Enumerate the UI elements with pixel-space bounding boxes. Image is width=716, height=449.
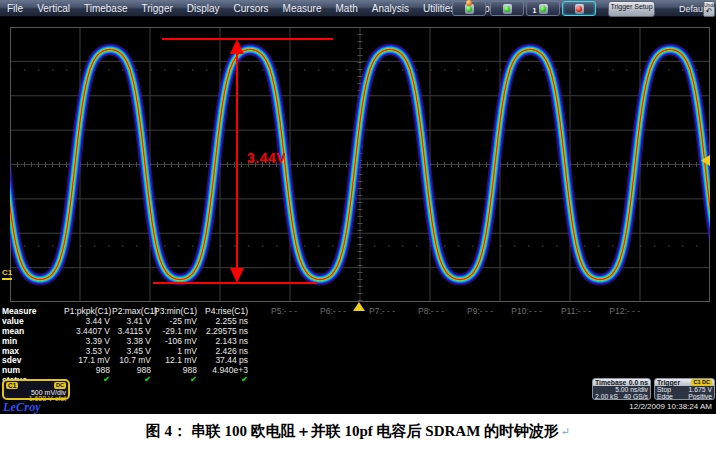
measure-cell xyxy=(348,326,397,336)
auto-trigger-button[interactable] xyxy=(452,1,486,16)
menu-item-cursors[interactable]: Cursors xyxy=(227,3,276,14)
measure-column-header[interactable]: P1:pkpk(C1) xyxy=(64,306,112,316)
measure-cell xyxy=(397,355,446,365)
single-trigger-button[interactable]: 1 xyxy=(526,1,560,16)
menu-item-file[interactable]: File xyxy=(0,3,30,14)
pkpk-value-label: 3.44V xyxy=(247,150,286,166)
measure-column-header[interactable]: P5:- - - xyxy=(250,306,299,316)
measure-cell: -106 mV xyxy=(153,336,199,346)
measure-cell xyxy=(544,365,593,375)
measure-cell: 988 xyxy=(64,365,112,375)
trigger-descriptor-box[interactable]: Trigger C1 DC Stop 1.675 V Edge Positive xyxy=(654,378,715,400)
measure-cell: 2.29575 ns xyxy=(199,326,250,336)
menu-item-measure[interactable]: Measure xyxy=(276,3,329,14)
measure-cell: 2.426 ns xyxy=(199,346,250,356)
coupling-chip: DC xyxy=(54,382,66,389)
measure-cell xyxy=(250,355,299,365)
measure-row-label: mean xyxy=(2,326,64,336)
measure-cell: 17.1 mV xyxy=(64,355,112,365)
channel-position-marker[interactable]: C1 xyxy=(2,268,12,280)
measure-row-label: num xyxy=(2,365,64,375)
auto-trigger-icon xyxy=(465,4,474,14)
channel-descriptor-box[interactable]: C1 DC 500 mV/div -1.688 V ofst xyxy=(2,379,70,400)
menu-items: FileVerticalTimebaseTriggerDisplayCursor… xyxy=(0,3,497,14)
measure-cell xyxy=(299,355,348,365)
measure-cell: 3.45 V xyxy=(112,346,153,356)
status-check-icon: ✔ xyxy=(112,375,153,385)
measure-column-header[interactable]: P3:min(C1) xyxy=(153,306,199,316)
measure-column-header[interactable]: P9:- - - xyxy=(446,306,495,316)
undo-button[interactable]: Undo ↶ xyxy=(703,1,715,17)
measure-column-header[interactable]: P8:- - - xyxy=(397,306,446,316)
timebase-descriptor-box[interactable]: Timebase 0.0 ns 5.00 ns/div 2.00 kS 40 G… xyxy=(592,378,651,400)
grid-svg xyxy=(10,27,710,302)
measure-cell xyxy=(299,316,348,326)
datetime-label: 12/2/2009 10:38:24 AM xyxy=(629,402,712,411)
channel-chip: C1 xyxy=(6,382,18,389)
caption-text: 图 4： 串联 100 欧电阻＋并联 10pf 电容后 SDRAM 的时钟波形 xyxy=(146,422,559,441)
trigger-source-chip: C1 DC xyxy=(691,379,712,386)
measure-cell xyxy=(299,346,348,356)
measure-cell: 988 xyxy=(153,365,199,375)
measure-corner-label: Measure xyxy=(2,306,64,316)
measure-column-header[interactable]: P4:rise(C1) xyxy=(199,306,250,316)
status-check-icon xyxy=(446,375,495,385)
trigger-mode: Stop xyxy=(657,386,671,393)
measure-cell xyxy=(397,346,446,356)
measure-cell xyxy=(250,365,299,375)
measure-cell xyxy=(593,355,642,365)
measure-cell xyxy=(250,336,299,346)
measure-cell xyxy=(397,336,446,346)
oscilloscope-screenshot: FileVerticalTimebaseTriggerDisplayCursor… xyxy=(0,0,716,414)
measure-cell xyxy=(544,316,593,326)
measure-cell xyxy=(544,326,593,336)
measure-column-header[interactable]: P2:max(C1) xyxy=(112,306,153,316)
measure-column-header[interactable]: P7:- - - xyxy=(348,306,397,316)
measure-cell xyxy=(397,316,446,326)
measure-cell: 988 xyxy=(112,365,153,375)
measure-cell xyxy=(593,336,642,346)
measure-cell: 3.39 V xyxy=(64,336,112,346)
measure-cell: -25 mV xyxy=(153,316,199,326)
measure-column-header[interactable]: P12:- - - xyxy=(593,306,642,316)
paragraph-mark: ↵ xyxy=(561,425,570,438)
measure-cell xyxy=(593,346,642,356)
waveform-display[interactable] xyxy=(10,27,710,302)
menu-item-math[interactable]: Math xyxy=(329,3,365,14)
measure-cell: 3.38 V xyxy=(112,336,153,346)
measure-cell: 3.4407 V xyxy=(64,326,112,336)
arrow-down-icon xyxy=(230,268,244,283)
measure-cell xyxy=(495,336,544,346)
measure-cell xyxy=(348,316,397,326)
measure-column-header[interactable]: P10:- - - xyxy=(495,306,544,316)
measure-cell xyxy=(250,326,299,336)
menu-item-trigger[interactable]: Trigger xyxy=(134,3,179,14)
measure-row-label: sdev xyxy=(2,355,64,365)
measure-cell: 10.7 mV xyxy=(112,355,153,365)
measure-cell xyxy=(299,365,348,375)
measure-cell: 3.41 V xyxy=(112,316,153,326)
menu-item-timebase[interactable]: Timebase xyxy=(77,3,135,14)
measure-cell xyxy=(495,355,544,365)
menu-item-display[interactable]: Display xyxy=(180,3,227,14)
measure-column-header[interactable]: P11:- - - xyxy=(544,306,593,316)
measure-column-header[interactable]: P6:- - - xyxy=(299,306,348,316)
status-check-icon xyxy=(544,375,593,385)
menu-item-vertical[interactable]: Vertical xyxy=(30,3,77,14)
timebase-scale: 5.00 ns/div xyxy=(615,386,648,393)
measure-cell xyxy=(446,316,495,326)
menu-bar: FileVerticalTimebaseTriggerDisplayCursor… xyxy=(0,0,716,17)
status-check-icon: ✔ xyxy=(199,375,250,385)
measure-cell xyxy=(446,355,495,365)
status-check-icon xyxy=(299,375,348,385)
stop-trigger-button[interactable] xyxy=(562,1,596,16)
measure-cell xyxy=(250,316,299,326)
measure-cell xyxy=(495,346,544,356)
pkpk-annotation xyxy=(153,39,333,283)
trigger-setup-button[interactable]: Trigger Setup xyxy=(608,1,655,17)
measure-cell: 1 mV xyxy=(153,346,199,356)
measure-cell: 3.44 V xyxy=(64,316,112,326)
normal-trigger-button[interactable] xyxy=(490,1,524,16)
status-check-icon: ✔ xyxy=(64,375,112,385)
menu-item-analysis[interactable]: Analysis xyxy=(365,3,416,14)
